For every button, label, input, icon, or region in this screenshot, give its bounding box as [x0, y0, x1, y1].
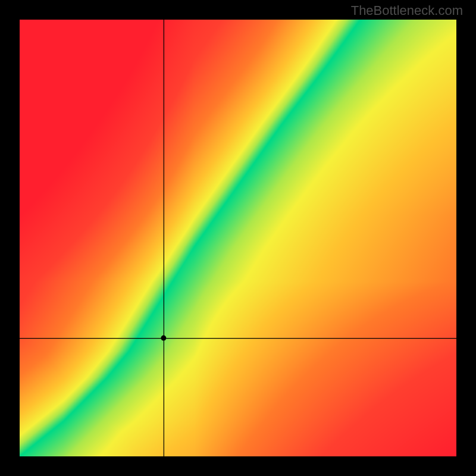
chart-container: TheBottleneck.com — [0, 0, 476, 476]
bottleneck-heatmap — [20, 20, 456, 456]
watermark-text: TheBottleneck.com — [351, 3, 463, 18]
